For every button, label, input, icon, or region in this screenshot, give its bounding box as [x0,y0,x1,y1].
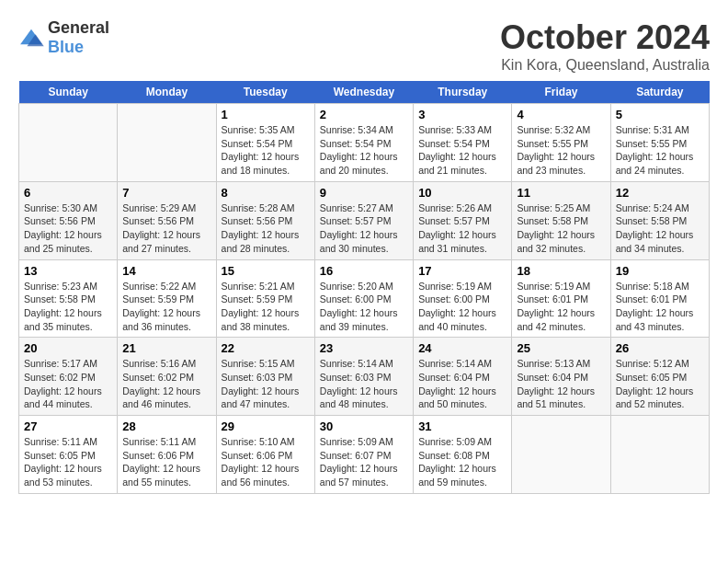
sunset: Sunset: 6:00 PM [320,293,392,304]
cell-content: Sunrise: 5:19 AMSunset: 6:00 PMDaylight:… [418,280,506,334]
daylight: Daylight: 12 hours and 20 minutes. [320,151,398,176]
calendar-cell: 15Sunrise: 5:21 AMSunset: 5:59 PMDayligh… [216,259,314,338]
daylight: Daylight: 12 hours and 48 minutes. [320,385,398,410]
day-number: 28 [122,419,210,433]
calendar-cell: 13Sunrise: 5:23 AMSunset: 5:58 PMDayligh… [19,259,118,338]
cell-content: Sunrise: 5:09 AMSunset: 6:08 PMDaylight:… [418,435,506,489]
sunset: Sunset: 5:55 PM [517,138,588,149]
day-number: 19 [616,264,704,278]
sunrise: Sunrise: 5:23 AM [24,281,97,292]
cell-content: Sunrise: 5:24 AMSunset: 5:58 PMDaylight:… [616,201,704,256]
calendar-cell: 17Sunrise: 5:19 AMSunset: 6:00 PMDayligh… [414,259,512,338]
calendar-cell: 2Sunrise: 5:34 AMSunset: 5:54 PMDaylight… [314,104,413,182]
cell-content: Sunrise: 5:26 AMSunset: 5:57 PMDaylight:… [418,201,506,256]
calendar-week-5: 27Sunrise: 5:11 AMSunset: 6:05 PMDayligh… [19,416,710,494]
sunrise: Sunrise: 5:19 AM [418,281,492,292]
daylight: Daylight: 12 hours and 50 minutes. [418,385,496,410]
daylight: Daylight: 12 hours and 52 minutes. [616,385,694,410]
calendar-cell: 22Sunrise: 5:15 AMSunset: 6:03 PMDayligh… [216,338,314,416]
sunrise: Sunrise: 5:32 AM [517,124,590,135]
sunrise: Sunrise: 5:30 AM [24,202,97,213]
calendar-cell: 24Sunrise: 5:14 AMSunset: 6:04 PMDayligh… [414,338,512,416]
daylight: Daylight: 12 hours and 59 minutes. [418,463,496,488]
cell-content: Sunrise: 5:11 AMSunset: 6:05 PMDaylight:… [24,435,112,489]
day-number: 13 [24,264,112,278]
header: General Blue October 2024 Kin Kora, Quee… [18,18,710,74]
sunrise: Sunrise: 5:31 AM [616,124,689,135]
daylight: Daylight: 12 hours and 55 minutes. [122,463,200,488]
calendar-cell: 29Sunrise: 5:10 AMSunset: 6:06 PMDayligh… [216,416,314,494]
calendar-cell: 14Sunrise: 5:22 AMSunset: 5:59 PMDayligh… [118,259,216,338]
cell-content: Sunrise: 5:18 AMSunset: 6:01 PMDaylight:… [616,280,704,334]
sunset: Sunset: 6:05 PM [24,450,96,461]
sunset: Sunset: 5:59 PM [122,293,194,304]
day-number: 5 [616,108,704,121]
sunset: Sunset: 5:55 PM [616,138,688,149]
day-number: 1 [222,108,310,121]
sunset: Sunset: 6:05 PM [616,372,688,383]
cell-content: Sunrise: 5:27 AMSunset: 5:57 PMDaylight:… [320,201,408,256]
calendar-cell: 27Sunrise: 5:11 AMSunset: 6:05 PMDayligh… [19,416,118,494]
logo: General Blue [18,18,109,57]
daylight: Daylight: 12 hours and 56 minutes. [222,463,300,488]
cell-content: Sunrise: 5:11 AMSunset: 6:06 PMDaylight:… [122,435,210,489]
main-title: October 2024 [500,18,710,57]
calendar-cell: 9Sunrise: 5:27 AMSunset: 5:57 PMDaylight… [314,181,413,259]
header-row: Sunday Monday Tuesday Wednesday Thursday… [19,81,710,104]
sunrise: Sunrise: 5:14 AM [418,358,492,369]
calendar-cell: 1Sunrise: 5:35 AMSunset: 5:54 PMDaylight… [216,104,314,182]
sunset: Sunset: 5:56 PM [122,215,194,226]
calendar-cell: 21Sunrise: 5:16 AMSunset: 6:02 PMDayligh… [118,338,216,416]
sunrise: Sunrise: 5:12 AM [616,358,689,369]
calendar-cell: 4Sunrise: 5:32 AMSunset: 5:55 PMDaylight… [512,104,610,182]
logo-icon [18,28,44,48]
daylight: Daylight: 12 hours and 39 minutes. [320,307,398,332]
sunset: Sunset: 6:01 PM [517,293,588,304]
sunset: Sunset: 6:02 PM [24,372,96,383]
daylight: Daylight: 12 hours and 51 minutes. [517,385,595,410]
sunset: Sunset: 6:06 PM [122,450,194,461]
sunrise: Sunrise: 5:25 AM [517,202,590,213]
sunrise: Sunrise: 5:20 AM [320,281,393,292]
sunrise: Sunrise: 5:35 AM [222,124,295,135]
sunset: Sunset: 5:54 PM [320,138,392,149]
day-number: 24 [418,341,506,355]
daylight: Daylight: 12 hours and 27 minutes. [122,229,200,254]
title-block: October 2024 Kin Kora, Queensland, Austr… [500,18,710,74]
col-monday: Monday [118,81,216,104]
day-number: 8 [222,186,310,200]
cell-content: Sunrise: 5:12 AMSunset: 6:05 PMDaylight:… [616,357,704,411]
sunset: Sunset: 6:03 PM [222,372,293,383]
daylight: Daylight: 12 hours and 32 minutes. [517,229,595,254]
cell-content: Sunrise: 5:31 AMSunset: 5:55 PMDaylight:… [616,123,704,178]
day-number: 23 [320,341,408,355]
calendar-cell [610,416,709,494]
calendar-cell: 31Sunrise: 5:09 AMSunset: 6:08 PMDayligh… [414,416,512,494]
cell-content: Sunrise: 5:30 AMSunset: 5:56 PMDaylight:… [24,201,112,256]
calendar-cell: 6Sunrise: 5:30 AMSunset: 5:56 PMDaylight… [19,181,118,259]
day-number: 31 [418,419,506,433]
sunset: Sunset: 6:00 PM [418,293,490,304]
col-thursday: Thursday [414,81,512,104]
logo-general: General [48,18,109,37]
calendar-cell: 23Sunrise: 5:14 AMSunset: 6:03 PMDayligh… [314,338,413,416]
daylight: Daylight: 12 hours and 53 minutes. [24,463,102,488]
sunrise: Sunrise: 5:13 AM [517,358,590,369]
cell-content: Sunrise: 5:17 AMSunset: 6:02 PMDaylight:… [24,357,112,411]
daylight: Daylight: 12 hours and 57 minutes. [320,463,398,488]
sunset: Sunset: 6:06 PM [222,450,293,461]
sunrise: Sunrise: 5:11 AM [122,436,196,447]
day-number: 3 [418,108,506,121]
calendar-cell: 20Sunrise: 5:17 AMSunset: 6:02 PMDayligh… [19,338,118,416]
daylight: Daylight: 12 hours and 25 minutes. [24,229,102,254]
calendar-week-2: 6Sunrise: 5:30 AMSunset: 5:56 PMDaylight… [19,181,710,259]
daylight: Daylight: 12 hours and 31 minutes. [418,229,496,254]
sunrise: Sunrise: 5:22 AM [122,281,196,292]
calendar-cell: 8Sunrise: 5:28 AMSunset: 5:56 PMDaylight… [216,181,314,259]
day-number: 4 [517,108,605,121]
daylight: Daylight: 12 hours and 28 minutes. [222,229,300,254]
calendar-cell [19,104,118,182]
day-number: 22 [222,341,310,355]
day-number: 26 [616,341,704,355]
sunrise: Sunrise: 5:18 AM [616,281,689,292]
